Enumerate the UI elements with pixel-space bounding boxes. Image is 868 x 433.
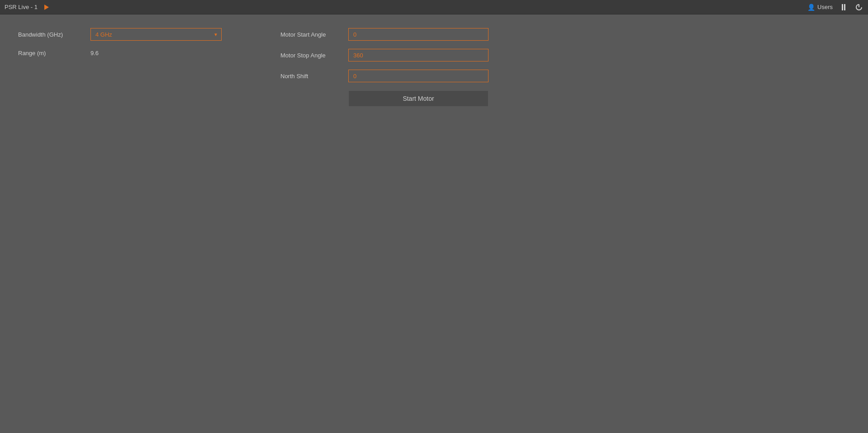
north-shift-row: North Shift <box>280 70 507 82</box>
right-panel: Motor Start Angle Motor Stop Angle North… <box>280 28 507 107</box>
pause-button[interactable] <box>840 4 847 10</box>
app-title: PSR Live - 1 <box>5 4 38 10</box>
power-icon <box>855 4 863 11</box>
users-label: Users <box>817 4 833 10</box>
topbar: PSR Live - 1 👤 Users <box>0 0 868 14</box>
topbar-left: PSR Live - 1 <box>5 3 51 12</box>
motor-start-angle-row: Motor Start Angle <box>280 28 507 41</box>
pause-icon <box>842 4 845 10</box>
topbar-right: 👤 Users <box>807 3 863 12</box>
bandwidth-row: Bandwidth (GHz) 4 GHz 2 GHz 1 GHz ▼ <box>18 28 244 41</box>
range-value: 9.6 <box>90 50 99 56</box>
motor-start-angle-label: Motor Start Angle <box>280 31 339 38</box>
bandwidth-label: Bandwidth (GHz) <box>18 31 81 38</box>
play-icon <box>44 5 49 10</box>
motor-stop-angle-label: Motor Stop Angle <box>280 52 339 59</box>
range-label: Range (m) <box>18 50 81 56</box>
motor-stop-angle-input[interactable] <box>348 49 489 61</box>
motor-stop-angle-row: Motor Stop Angle <box>280 49 507 61</box>
play-button[interactable] <box>42 3 51 12</box>
main-content: Bandwidth (GHz) 4 GHz 2 GHz 1 GHz ▼ Rang… <box>0 14 868 120</box>
north-shift-label: North Shift <box>280 73 339 80</box>
north-shift-input[interactable] <box>348 70 489 82</box>
motor-start-angle-input[interactable] <box>348 28 489 41</box>
range-row: Range (m) 9.6 <box>18 50 244 56</box>
users-button[interactable]: 👤 Users <box>807 4 833 11</box>
left-panel: Bandwidth (GHz) 4 GHz 2 GHz 1 GHz ▼ Rang… <box>18 28 244 107</box>
power-button[interactable] <box>854 3 863 12</box>
bandwidth-select[interactable]: 4 GHz 2 GHz 1 GHz <box>90 28 222 41</box>
start-motor-button[interactable]: Start Motor <box>348 90 489 107</box>
bandwidth-select-wrapper: 4 GHz 2 GHz 1 GHz ▼ <box>90 28 222 41</box>
user-icon: 👤 <box>807 4 815 11</box>
